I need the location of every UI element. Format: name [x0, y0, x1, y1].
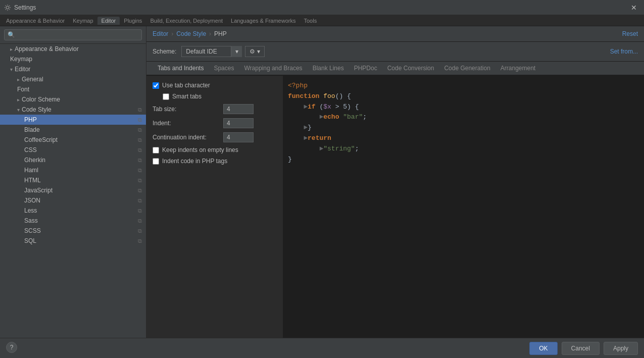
- content-area: Editor › Code Style › PHP Reset Scheme: …: [146, 26, 644, 338]
- breadcrumb-sep-1: ›: [171, 30, 173, 37]
- code-line-8: }: [288, 155, 639, 165]
- tab-phpdoc[interactable]: PHPDoc: [349, 62, 382, 76]
- triangle-icon: [10, 46, 13, 52]
- help-button[interactable]: ?: [6, 342, 17, 353]
- search-input[interactable]: [4, 29, 142, 40]
- sidebar-item-label: Color Scheme: [22, 96, 60, 103]
- reset-button[interactable]: Reset: [622, 30, 638, 37]
- tab-size-input[interactable]: [223, 104, 254, 114]
- tab-appearance[interactable]: Appearance & Behavior: [2, 17, 69, 25]
- triangle-icon: [17, 77, 20, 82]
- code-line-2: function foo() {: [288, 91, 639, 102]
- copy-icon: ⧉: [138, 137, 142, 143]
- sidebar-item-label: JSON: [24, 197, 40, 204]
- code-preview-panel: <?php function foo() { ►if ($x > 5) { ►e…: [283, 76, 644, 338]
- copy-icon: ⧉: [138, 127, 142, 133]
- code-line-5: ►}: [288, 123, 639, 133]
- use-tab-character-row: Use tab character: [153, 82, 276, 89]
- tab-arrangement[interactable]: Arrangement: [496, 62, 540, 76]
- use-tab-character-label[interactable]: Use tab character: [162, 82, 210, 89]
- sidebar-item-color-scheme[interactable]: Color Scheme: [0, 94, 146, 105]
- breadcrumb-editor[interactable]: Editor: [153, 30, 168, 37]
- sidebar-item-label: HTML: [24, 177, 41, 184]
- sidebar-item-label: CSS: [24, 146, 37, 154]
- tab-build[interactable]: Build, Execution, Deployment: [146, 17, 227, 25]
- keep-indents-row: Keep indents on empty lines: [153, 146, 276, 154]
- sidebar-item-scss[interactable]: SCSS ⧉: [0, 226, 146, 236]
- sidebar-item-haml[interactable]: Haml ⧉: [0, 165, 146, 175]
- sidebar-item-less[interactable]: Less ⧉: [0, 206, 146, 216]
- continuation-indent-input[interactable]: [223, 132, 254, 142]
- close-button[interactable]: ✕: [628, 3, 640, 13]
- use-tab-character-checkbox[interactable]: [153, 82, 159, 89]
- sidebar-item-appearance[interactable]: Appearance & Behavior: [0, 44, 146, 54]
- sidebar-item-html[interactable]: HTML ⧉: [0, 175, 146, 185]
- scheme-select[interactable]: Default IDE: [181, 46, 242, 57]
- sidebar-item-label: Code Style: [22, 106, 52, 113]
- sidebar-item-label: Font: [17, 86, 29, 93]
- set-from-link[interactable]: Set from...: [610, 48, 638, 55]
- sidebar: Appearance & Behavior Keymap Editor Gene…: [0, 26, 146, 338]
- copy-icon: ⧉: [138, 218, 142, 224]
- tab-code-generation[interactable]: Code Generation: [439, 62, 495, 76]
- tab-size-row: Tab size:: [153, 104, 276, 114]
- tab-plugins[interactable]: Plugins: [120, 17, 146, 25]
- sidebar-item-label: Sass: [24, 217, 38, 224]
- tab-keymap[interactable]: Keymap: [69, 17, 97, 25]
- keep-indents-label[interactable]: Keep indents on empty lines: [162, 146, 238, 154]
- tab-languages[interactable]: Languages & Frameworks: [227, 17, 300, 25]
- tab-wrapping[interactable]: Wrapping and Braces: [239, 62, 307, 76]
- copy-icon: ⧉: [138, 187, 142, 194]
- sidebar-item-sql[interactable]: SQL ⧉: [0, 236, 146, 246]
- apply-button[interactable]: Apply: [604, 342, 638, 355]
- ok-button[interactable]: OK: [529, 342, 557, 355]
- sidebar-item-gherkin[interactable]: Gherkin ⧉: [0, 155, 146, 165]
- code-line-4: ►echo "bar";: [288, 112, 639, 123]
- sidebar-item-editor[interactable]: Editor: [0, 64, 146, 74]
- sidebar-item-coffeescript[interactable]: CoffeeScript ⧉: [0, 135, 146, 145]
- tab-tabs-and-indents[interactable]: Tabs and Indents: [153, 62, 209, 76]
- indent-input[interactable]: [223, 118, 254, 128]
- triangle-icon: [10, 67, 13, 72]
- tab-spaces[interactable]: Spaces: [209, 62, 239, 76]
- copy-icon: ⧉: [138, 107, 142, 113]
- tab-blank-lines[interactable]: Blank Lines: [308, 62, 349, 76]
- sidebar-item-blade[interactable]: Blade ⧉: [0, 125, 146, 135]
- sidebar-item-label: SQL: [24, 237, 36, 244]
- copy-icon: ⧉: [138, 177, 142, 184]
- copy-icon: ⧉: [138, 208, 142, 214]
- keep-indents-checkbox[interactable]: [153, 147, 159, 154]
- sidebar-item-json[interactable]: JSON ⧉: [0, 195, 146, 206]
- sidebar-item-css[interactable]: CSS ⧉: [0, 145, 146, 155]
- copy-icon: ⧉: [138, 167, 142, 174]
- sidebar-item-font[interactable]: Font: [0, 84, 146, 94]
- sidebar-item-label: Haml: [24, 167, 38, 174]
- sidebar-item-label: Gherkin: [24, 157, 45, 164]
- tab-code-conversion[interactable]: Code Conversion: [382, 62, 439, 76]
- indent-label: Indent:: [153, 120, 223, 127]
- indent-php-tags-checkbox[interactable]: [153, 158, 159, 165]
- sidebar-item-label: Keymap: [10, 56, 32, 63]
- indent-row: Indent:: [153, 118, 276, 128]
- tab-editor[interactable]: Editor: [97, 17, 120, 25]
- sidebar-item-code-style[interactable]: Code Style ⧉: [0, 105, 146, 115]
- smart-tabs-checkbox[interactable]: [163, 93, 169, 100]
- scheme-label: Scheme:: [153, 48, 176, 55]
- sidebar-item-javascript[interactable]: JavaScript ⧉: [0, 185, 146, 195]
- smart-tabs-label[interactable]: Smart tabs: [172, 93, 202, 100]
- continuation-indent-row: Continuation indent:: [153, 132, 276, 142]
- settings-icon: [4, 4, 11, 11]
- sidebar-item-php[interactable]: PHP ⧉: [0, 115, 146, 125]
- cancel-button[interactable]: Cancel: [562, 342, 600, 355]
- indent-php-tags-label[interactable]: Indent code in PHP tags: [162, 158, 227, 165]
- sidebar-item-keymap[interactable]: Keymap: [0, 54, 146, 64]
- breadcrumb-code-style[interactable]: Code Style: [176, 30, 206, 37]
- code-line-7: ►"string";: [288, 144, 639, 155]
- copy-icon: ⧉: [138, 117, 142, 123]
- scheme-gear-button[interactable]: ⚙ ▾: [245, 46, 264, 57]
- scheme-row: Scheme: Default IDE ▾ ⚙ ▾ Set from...: [146, 42, 644, 62]
- tab-tools[interactable]: Tools: [300, 17, 321, 25]
- sidebar-item-sass[interactable]: Sass ⧉: [0, 216, 146, 226]
- sidebar-item-general[interactable]: General: [0, 74, 146, 84]
- scheme-select-wrap: Default IDE ▾: [181, 46, 242, 57]
